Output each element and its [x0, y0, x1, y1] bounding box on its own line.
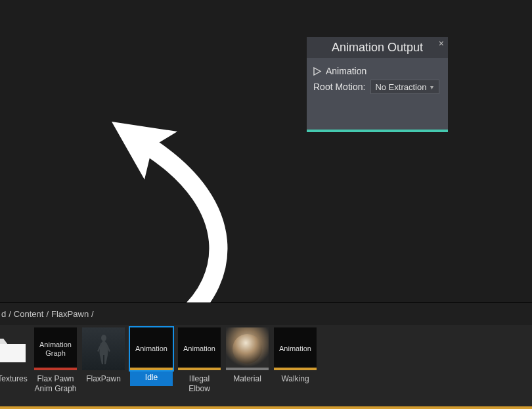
graph-canvas[interactable]: Animation Output × Animation Root Motion… — [0, 0, 532, 302]
node-header[interactable]: Animation Output × — [307, 37, 448, 58]
asset-label: Material — [233, 374, 261, 384]
asset-label: Flax Pawn Anim Graph — [34, 374, 77, 394]
breadcrumb-item-content[interactable]: Content — [14, 309, 44, 319]
asset-type-bar — [0, 406, 532, 409]
animation-input-row[interactable]: Animation — [313, 63, 441, 79]
asset-item-flaxpawn-model[interactable]: FlaxPawn — [82, 327, 125, 384]
node-title: Animation Output — [332, 41, 423, 55]
asset-type-bar — [226, 368, 269, 370]
breadcrumb-item-flaxpawn[interactable]: FlaxPawn — [51, 309, 89, 319]
asset-label: Idle — [130, 370, 173, 386]
root-motion-label: Root Motion: — [313, 82, 365, 92]
input-pin-icon[interactable] — [313, 67, 322, 76]
asset-thumb: Animation — [130, 327, 173, 370]
asset-thumb: Animation — [274, 327, 317, 370]
drag-arrow-icon — [105, 108, 250, 325]
asset-thumb — [82, 327, 125, 370]
asset-label: Textures — [0, 374, 28, 384]
asset-item-illegal-elbow[interactable]: Animation Illegal Elbow — [178, 327, 221, 394]
animation-pin-label: Animation — [326, 66, 366, 76]
asset-item-walking[interactable]: Animation Walking — [274, 327, 317, 384]
asset-thumb: Animation Graph — [34, 327, 77, 370]
asset-thumb — [226, 327, 269, 370]
asset-type-bar — [178, 368, 221, 370]
asset-item-anim-graph[interactable]: Animation Graph Flax Pawn Anim Graph — [34, 327, 77, 394]
asset-row[interactable]: Textures Animation Graph Flax Pawn Anim … — [0, 325, 532, 409]
root-motion-value: No Extraction — [375, 82, 426, 92]
asset-label: Illegal Elbow — [178, 374, 221, 394]
folder-icon — [0, 327, 31, 370]
asset-label: Walking — [281, 374, 309, 384]
close-icon[interactable]: × — [439, 38, 444, 49]
asset-item-idle[interactable]: Animation Idle — [130, 327, 173, 386]
svg-point-0 — [101, 335, 106, 341]
asset-item-textures[interactable]: Textures — [0, 327, 29, 384]
chevron-down-icon: ▾ — [430, 84, 433, 91]
content-browser: d/ Content/ FlaxPawn/ Textures Animation… — [0, 302, 532, 409]
node-body: Animation Root Motion: No Extraction ▾ — [307, 58, 448, 101]
asset-type-bar — [274, 368, 317, 370]
asset-thumb: Animation — [178, 327, 221, 370]
asset-item-material[interactable]: Material — [226, 327, 269, 384]
breadcrumb[interactable]: d/ Content/ FlaxPawn/ — [0, 302, 532, 325]
animation-output-node[interactable]: Animation Output × Animation Root Motion… — [307, 37, 448, 132]
root-motion-row: Root Motion: No Extraction ▾ — [313, 79, 441, 95]
asset-label: FlaxPawn — [86, 374, 121, 384]
root-motion-select[interactable]: No Extraction ▾ — [370, 80, 439, 94]
asset-type-bar — [130, 368, 173, 370]
asset-type-bar — [34, 368, 77, 370]
breadcrumb-item-root[interactable]: d — [1, 309, 6, 319]
